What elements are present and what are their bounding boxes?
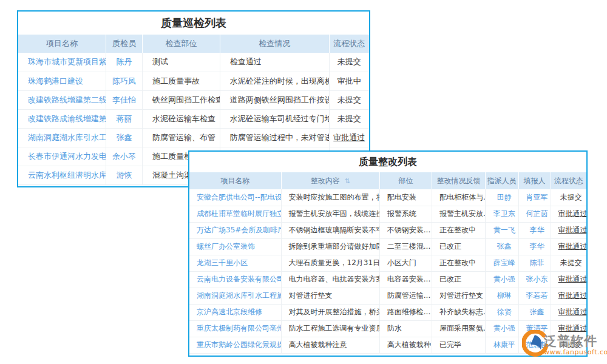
cell-project[interactable]: 万达广场35#会所及咖啡厅空... [189, 222, 281, 238]
cell-project[interactable]: 云南电力设备安装有限公司20... [189, 271, 281, 288]
cell-project[interactable]: 改建铁路成渝线增建第... [18, 109, 106, 128]
col-header-rectify-content[interactable]: 整改内容 ⇅ [281, 172, 379, 189]
cell-assignee[interactable]: 薛宝峰 [485, 255, 518, 271]
col-header-project-name: 项目名称 [189, 172, 281, 189]
cell-project[interactable]: 龙湖三千里小区 [189, 255, 281, 271]
table-row: 云南电力设备安装有限公司20...电力电容器、电抗器安装方案,...电容器安装.… [189, 271, 586, 288]
cell-status: 未提交 [551, 255, 586, 271]
cell-part: 水泥砼运输车检查 [143, 109, 220, 128]
cell-content: 对管进行垫支 [281, 288, 379, 304]
cell-inspector[interactable]: 游恢 [106, 166, 143, 184]
cell-assignee[interactable]: 田静 [485, 189, 518, 206]
cell-project[interactable]: 重庆太极制药有限公司亳州中... [189, 320, 281, 337]
inspection-header-row: 项目名称 质检员 检查部位 检查情况 流程状态 [18, 35, 369, 53]
cell-project[interactable]: 螺丝厂办公室装饰 [189, 238, 281, 255]
cell-content: 大理石质量更换，12月31日之... [281, 255, 379, 271]
cell-status: 审批通过 [551, 206, 586, 222]
cell-content: 高大植被栽种注意 [281, 337, 379, 353]
col-header-reporter: 填报人 [518, 172, 551, 189]
cell-reporter[interactable]: 肖亚军 [518, 189, 551, 206]
vendor-logo-url[interactable]: www.fanpusoft.com [544, 348, 607, 356]
col-header-flow-status: 流程状态 [551, 172, 586, 189]
col-header-part: 部位 [379, 172, 432, 189]
cell-inspector[interactable]: 余小琴 [106, 147, 143, 166]
cell-status: 审批通过 [329, 128, 369, 147]
cell-part: 不锈钢安装... [379, 222, 432, 238]
cell-part: 电容器安装... [379, 271, 432, 288]
cell-content: 对其及时开展整治措施，桥头... [281, 304, 379, 320]
cell-inspector[interactable]: 李佳怡 [106, 90, 143, 109]
table-row: 湖南洞庭湖水库引水工程施工标对管进行垫支防腐管运输...对管进行垫支柳琳李若若审… [189, 288, 586, 304]
rectification-panel-title: 质量整改列表 [189, 152, 586, 172]
cell-project[interactable]: 改建铁路线增建第二线... [18, 90, 106, 109]
cell-feedback: 报警主机安放... [432, 206, 486, 222]
cell-project[interactable]: 长春市伊通河水力发电... [18, 147, 106, 166]
cell-reporter[interactable]: 李华 [518, 222, 551, 238]
cell-part: 二至三楼混... [379, 238, 432, 255]
table-row: 珠海市城市更新项目紫...陈丹测试检查通过未提交 [18, 53, 369, 72]
col-header-check-part: 检查部位 [143, 35, 220, 53]
cell-project[interactable]: 重庆市鹅岭公园绿化景观提升... [189, 337, 281, 353]
cell-reporter[interactable]: 张鑫 [518, 304, 551, 320]
rectification-table: 项目名称 整改内容 ⇅ 部位 整改情况反馈 指派人员 填报人 流程状态 安徽合肥… [189, 172, 586, 354]
cell-assignee[interactable]: 黄小强 [485, 320, 518, 337]
cell-assignee[interactable]: 林康平 [485, 337, 518, 353]
cell-project[interactable]: 珠海鹤港口建设 [18, 72, 106, 90]
cell-assignee[interactable]: 黄一飞 [485, 222, 518, 238]
col-header-assignee: 指派人员 [485, 172, 518, 189]
cell-inspector[interactable]: 蒋丽 [106, 109, 143, 128]
cell-part: 报警系统 [379, 206, 432, 222]
cell-status: 审批通过 [551, 238, 586, 255]
table-row: 龙湖三千里小区大理石质量更换，12月31日之...小区大门正在整改中薛宝峰陈菲未… [189, 255, 586, 271]
table-row: 改建铁路线增建第二线...李佳怡铁丝网围挡工作检查道路两侧铁丝网围挡工作按设计.… [18, 90, 369, 109]
cell-project[interactable]: 成都杜甫草堂临时展厅独立展... [189, 206, 281, 222]
cell-part: 施工质量事故 [143, 72, 220, 90]
col-header-flow-status: 流程状态 [329, 35, 369, 53]
table-row: 成都杜甫草堂临时展厅独立展...报警主机安放牢固，线缆连接...报警系统报警主机… [189, 206, 586, 222]
cell-reporter[interactable]: 何芷茵 [518, 206, 551, 222]
cell-assignee[interactable]: 黄小强 [485, 271, 518, 288]
table-row: 万达广场35#会所及咖啡厅空...不锈钢边框玻璃隔断安装不牢...不锈钢安装..… [189, 222, 586, 238]
rectify-content-label: 整改内容 [311, 177, 340, 185]
cell-project[interactable]: 云南水利枢纽潜明水库... [18, 166, 106, 184]
cell-status: 审批通过 [551, 304, 586, 320]
cell-inspector[interactable]: 张鑫 [106, 128, 143, 147]
table-row: 京沪高速北京段维修对其及时开展整治措施，桥头...路面维修检...补齐缺失标志.… [189, 304, 586, 320]
cell-project[interactable]: 湖南洞庭湖水库引水工... [18, 128, 106, 147]
cell-feedback: 屋面采用聚氨... [432, 320, 486, 337]
cell-project[interactable]: 湖南洞庭湖水库引水工程施工标 [189, 288, 281, 304]
cell-feedback: 正在整改中 [432, 222, 486, 238]
col-header-project-name: 项目名称 [18, 35, 106, 53]
cell-reporter[interactable]: 李若若 [518, 288, 551, 304]
cell-status: 审批通过 [551, 271, 586, 288]
cell-project[interactable]: 京沪高速北京段维修 [189, 304, 281, 320]
table-row: 珠海鹤港口建设陈巧凤施工质量事故水泥砼灌注的时候，出现离析现象审批中 [18, 72, 369, 90]
cell-reporter[interactable]: 张小东 [518, 271, 551, 288]
cell-inspector[interactable]: 陈丹 [106, 53, 143, 72]
cell-assignee[interactable]: 李卫东 [485, 206, 518, 222]
cell-assignee[interactable]: 徐贤 [485, 304, 518, 320]
rectification-table-body: 安徽合肥供电公司--配电设备...安装时应按施工图的布置，将...配电安装配电柜… [189, 189, 586, 353]
cell-feedback: 补齐缺失标志... [432, 304, 486, 320]
cell-content: 安装时应按施工图的布置，将... [281, 189, 379, 206]
cell-content: 拆除到承重墙部分请做好加固... [281, 238, 379, 255]
cell-part: 配电安装 [379, 189, 432, 206]
cell-part: 防水 [379, 320, 432, 337]
cell-feedback: 已改正 [432, 271, 486, 288]
vendor-logo: 泛普软件 www.fanpusoft.com [522, 330, 607, 359]
cell-part: 高大植被栽种 [379, 337, 432, 353]
cell-content: 防水工程施工选调有专业资质... [281, 320, 379, 337]
cell-feedback: 对管进行垫支 [432, 288, 486, 304]
cell-part: 小区大门 [379, 255, 432, 271]
cell-status: 审批通过 [551, 222, 586, 238]
cell-reporter[interactable]: 陈菲 [518, 255, 551, 271]
cell-project[interactable]: 安徽合肥供电公司--配电设备... [189, 189, 281, 206]
cell-assignee[interactable]: 张鑫 [485, 238, 518, 255]
cell-part: 防腐管运输... [379, 288, 432, 304]
cell-part: 防腐管运输、布管 [143, 128, 220, 147]
cell-assignee[interactable]: 柳琳 [485, 288, 518, 304]
sort-icon[interactable]: ⇅ [344, 177, 350, 185]
cell-project[interactable]: 珠海市城市更新项目紫... [18, 53, 106, 72]
cell-reporter[interactable]: 李华 [518, 238, 551, 255]
cell-inspector[interactable]: 陈巧凤 [106, 72, 143, 90]
